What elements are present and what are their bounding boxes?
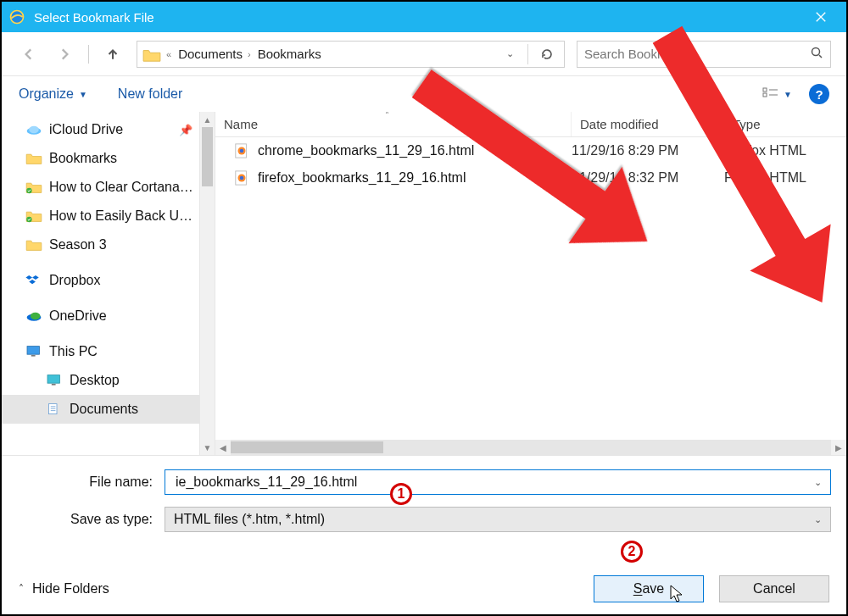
chevron-down-icon: ▼ <box>79 90 87 99</box>
main-pane: iCloud Drive 📌 Bookmarks How to Clear Co… <box>2 112 846 456</box>
navigation-tree: iCloud Drive 📌 Bookmarks How to Clear Co… <box>2 112 215 455</box>
svg-rect-12 <box>27 347 39 355</box>
savetype-select[interactable]: HTML files (*.htm, *.html) ⌄ <box>165 507 831 532</box>
save-button[interactable]: SSaveave <box>594 575 704 602</box>
filename-label: File name: <box>17 474 165 490</box>
svg-point-25 <box>240 176 244 180</box>
svg-point-7 <box>29 126 39 133</box>
icloud-icon <box>25 123 42 136</box>
tree-item-desktop[interactable]: Desktop <box>2 366 199 395</box>
refresh-button[interactable] <box>535 42 559 66</box>
title-bar: Select Bookmark File <box>2 2 846 32</box>
scroll-thumb[interactable] <box>202 127 213 186</box>
file-row[interactable]: chrome_bookmarks_11_29_16.html 11/29/16 … <box>215 137 846 164</box>
svg-point-11 <box>31 313 41 319</box>
svg-rect-3 <box>763 93 767 97</box>
firefox-html-icon <box>234 170 249 186</box>
dropbox-icon <box>25 274 42 287</box>
help-button[interactable]: ? <box>809 84 829 104</box>
documents-icon <box>46 402 63 416</box>
organize-button[interactable]: Organize▼ <box>19 86 87 102</box>
scroll-up-button[interactable]: ▲ <box>200 112 215 127</box>
svg-rect-14 <box>47 375 59 384</box>
desktop-icon <box>46 374 63 387</box>
tree-item-thispc[interactable]: This PC <box>2 337 199 366</box>
file-row[interactable]: firefox_bookmarks_11_29_16.html 11/29/16… <box>215 164 846 191</box>
view-options-button[interactable]: ▼ <box>762 87 792 101</box>
cancel-button[interactable]: Cancel <box>719 575 829 602</box>
folder-check-icon <box>25 209 42 223</box>
svg-point-22 <box>240 149 244 153</box>
tree-item-icloud[interactable]: iCloud Drive 📌 <box>2 115 199 144</box>
column-name[interactable]: Name <box>215 112 572 136</box>
svg-rect-2 <box>763 88 767 92</box>
pc-icon <box>25 345 42 358</box>
tree-item-documents[interactable]: Documents <box>2 395 199 424</box>
scroll-down-button[interactable]: ▼ <box>200 440 215 455</box>
breadcrumb-item[interactable]: Documents › <box>178 47 251 61</box>
nav-back-button[interactable] <box>17 42 41 66</box>
address-dropdown-button[interactable]: ⌄ <box>503 48 517 59</box>
firefox-html-icon <box>234 143 249 158</box>
tree-item-bookmarks[interactable]: Bookmarks <box>2 144 199 173</box>
chevron-up-icon: ˄ <box>19 583 24 595</box>
nav-bar: « Documents › Bookmarks ⌄ Search Bookmar… <box>2 32 846 76</box>
pin-icon: 📌 <box>179 124 192 136</box>
svg-rect-13 <box>31 355 36 357</box>
column-date[interactable]: Date modified <box>572 112 724 136</box>
folder-icon <box>142 47 159 61</box>
address-bar[interactable]: « Documents › Bookmarks ⌄ <box>137 41 565 68</box>
breadcrumb-prefix: « <box>166 49 171 59</box>
dialog-footer: ˄ Hide Folders SSaveave Cancel <box>2 563 846 614</box>
close-button[interactable] <box>802 2 840 32</box>
scroll-right-button[interactable]: ▶ <box>831 440 846 455</box>
tree-item-folder[interactable]: How to Easily Back U… <box>2 202 199 230</box>
nav-up-button[interactable] <box>101 42 125 66</box>
new-folder-button[interactable]: New folder <box>118 86 182 102</box>
file-hscrollbar[interactable]: ◀ ▶ <box>215 440 846 455</box>
chevron-right-icon: › <box>248 49 251 59</box>
filename-text[interactable] <box>174 474 814 491</box>
scroll-thumb[interactable] <box>231 441 383 453</box>
savetype-label: Save as type: <box>17 512 165 527</box>
chevron-down-icon[interactable]: ⌄ <box>814 514 822 525</box>
tree-item-folder[interactable]: Season 3 <box>2 230 199 259</box>
tree-scrollbar[interactable]: ▲ ▼ <box>199 112 215 455</box>
column-headers: Name Date modified Type <box>215 112 846 137</box>
dialog-window: Select Bookmark File « Documents › Bookm… <box>0 0 848 616</box>
nav-forward-button[interactable] <box>53 42 76 66</box>
command-bar: Organize▼ New folder ▼ ? <box>2 76 846 112</box>
svg-rect-16 <box>48 404 57 414</box>
chevron-down-icon: ▼ <box>784 90 792 99</box>
filename-input[interactable]: ⌄ <box>165 469 831 495</box>
folder-check-icon <box>25 180 42 194</box>
search-icon <box>810 46 823 62</box>
chevron-down-icon[interactable]: ⌄ <box>814 477 822 488</box>
tree-item-folder[interactable]: How to Clear Cortana… <box>2 173 199 202</box>
search-input[interactable]: Search Bookmarks <box>577 41 831 68</box>
save-form: File name: ⌄ Save as type: HTML files (*… <box>2 456 846 551</box>
nav-separator <box>88 45 89 64</box>
svg-rect-15 <box>52 384 56 386</box>
folder-icon <box>25 238 42 252</box>
svg-point-1 <box>812 48 820 56</box>
hide-folders-button[interactable]: ˄ Hide Folders <box>19 581 109 597</box>
column-type[interactable]: Type <box>724 112 846 136</box>
tree-item-onedrive[interactable]: OneDrive <box>2 302 199 330</box>
search-placeholder: Search Bookmarks <box>584 47 810 61</box>
onedrive-icon <box>25 309 42 323</box>
folder-icon <box>25 152 42 165</box>
file-list: Name Date modified Type ˄ chrome_bookmar… <box>215 112 846 455</box>
window-title: Select Bookmark File <box>34 10 802 25</box>
ie-logo-icon <box>8 8 25 25</box>
sort-caret-icon: ˄ <box>385 112 389 119</box>
breadcrumb-item[interactable]: Bookmarks <box>258 47 321 61</box>
scroll-left-button[interactable]: ◀ <box>215 440 231 455</box>
tree-item-dropbox[interactable]: Dropbox <box>2 266 199 295</box>
